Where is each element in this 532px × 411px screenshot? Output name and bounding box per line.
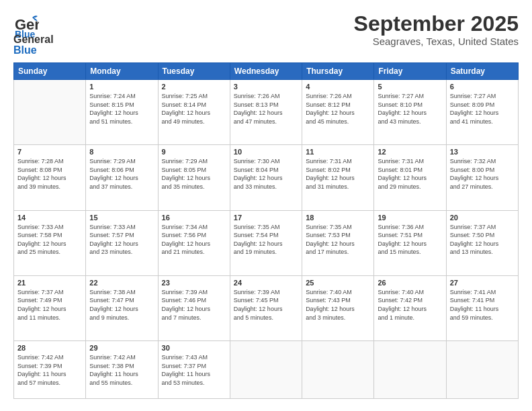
table-row: 7Sunrise: 7:28 AM Sunset: 8:08 PM Daylig…	[14, 145, 86, 210]
table-row: 17Sunrise: 7:35 AM Sunset: 7:54 PM Dayli…	[230, 210, 302, 275]
day-number: 7	[17, 148, 82, 156]
col-sunday: Sunday	[14, 63, 86, 80]
table-row: 10Sunrise: 7:30 AM Sunset: 8:04 PM Dayli…	[230, 145, 302, 210]
day-number: 16	[162, 214, 226, 222]
day-number: 19	[378, 214, 442, 222]
logo: General Blue General Blue	[13, 12, 54, 56]
calendar-week-row: 14Sunrise: 7:33 AM Sunset: 7:58 PM Dayli…	[14, 210, 519, 275]
table-row: 14Sunrise: 7:33 AM Sunset: 7:58 PM Dayli…	[14, 210, 86, 275]
day-info: Sunrise: 7:35 AM Sunset: 7:54 PM Dayligh…	[234, 223, 298, 257]
day-info: Sunrise: 7:40 AM Sunset: 7:43 PM Dayligh…	[306, 288, 370, 322]
day-info: Sunrise: 7:40 AM Sunset: 7:42 PM Dayligh…	[378, 288, 442, 322]
day-info: Sunrise: 7:33 AM Sunset: 7:58 PM Dayligh…	[17, 223, 82, 257]
day-number: 10	[234, 148, 298, 156]
table-row: 27Sunrise: 7:41 AM Sunset: 7:41 PM Dayli…	[446, 275, 518, 340]
day-number: 26	[378, 279, 442, 287]
table-row: 12Sunrise: 7:31 AM Sunset: 8:01 PM Dayli…	[374, 145, 446, 210]
day-info: Sunrise: 7:39 AM Sunset: 7:46 PM Dayligh…	[162, 288, 226, 322]
day-number: 21	[17, 279, 82, 287]
table-row: 26Sunrise: 7:40 AM Sunset: 7:42 PM Dayli…	[374, 275, 446, 340]
table-row: 1Sunrise: 7:24 AM Sunset: 8:15 PM Daylig…	[86, 80, 158, 145]
day-number: 30	[162, 344, 226, 352]
day-info: Sunrise: 7:42 AM Sunset: 7:38 PM Dayligh…	[89, 353, 154, 387]
day-number: 4	[306, 83, 370, 91]
table-row	[446, 341, 518, 399]
subtitle: Seagraves, Texas, United States	[354, 36, 519, 47]
day-info: Sunrise: 7:24 AM Sunset: 8:15 PM Dayligh…	[89, 92, 154, 126]
table-row: 20Sunrise: 7:37 AM Sunset: 7:50 PM Dayli…	[446, 210, 518, 275]
day-number: 18	[306, 214, 370, 222]
day-number: 6	[450, 83, 515, 91]
table-row: 2Sunrise: 7:25 AM Sunset: 8:14 PM Daylig…	[158, 80, 230, 145]
table-row: 28Sunrise: 7:42 AM Sunset: 7:39 PM Dayli…	[14, 341, 86, 399]
day-info: Sunrise: 7:37 AM Sunset: 7:50 PM Dayligh…	[450, 223, 515, 257]
day-number: 3	[234, 83, 298, 91]
day-info: Sunrise: 7:32 AM Sunset: 8:00 PM Dayligh…	[450, 157, 515, 191]
table-row: 5Sunrise: 7:27 AM Sunset: 8:10 PM Daylig…	[374, 80, 446, 145]
day-info: Sunrise: 7:39 AM Sunset: 7:45 PM Dayligh…	[234, 288, 298, 322]
day-info: Sunrise: 7:41 AM Sunset: 7:41 PM Dayligh…	[450, 288, 515, 322]
calendar-week-row: 7Sunrise: 7:28 AM Sunset: 8:08 PM Daylig…	[14, 145, 519, 210]
table-row: 6Sunrise: 7:27 AM Sunset: 8:09 PM Daylig…	[446, 80, 518, 145]
table-row: 18Sunrise: 7:35 AM Sunset: 7:53 PM Dayli…	[302, 210, 374, 275]
table-row	[230, 341, 302, 399]
table-row: 9Sunrise: 7:29 AM Sunset: 8:05 PM Daylig…	[158, 145, 230, 210]
calendar-body: 1Sunrise: 7:24 AM Sunset: 8:15 PM Daylig…	[14, 80, 519, 399]
day-number: 29	[89, 344, 154, 352]
logo-general-text: General	[13, 34, 54, 45]
table-row: 11Sunrise: 7:31 AM Sunset: 8:02 PM Dayli…	[302, 145, 374, 210]
title-block: September 2025 Seagraves, Texas, United …	[354, 12, 519, 47]
table-row: 30Sunrise: 7:43 AM Sunset: 7:37 PM Dayli…	[158, 341, 230, 399]
calendar-week-row: 21Sunrise: 7:37 AM Sunset: 7:49 PM Dayli…	[14, 275, 519, 340]
table-row: 8Sunrise: 7:29 AM Sunset: 8:06 PM Daylig…	[86, 145, 158, 210]
calendar-week-row: 28Sunrise: 7:42 AM Sunset: 7:39 PM Dayli…	[14, 341, 519, 399]
table-row: 19Sunrise: 7:36 AM Sunset: 7:51 PM Dayli…	[374, 210, 446, 275]
day-number: 27	[450, 279, 515, 287]
day-info: Sunrise: 7:28 AM Sunset: 8:08 PM Dayligh…	[17, 157, 82, 191]
calendar-table: Sunday Monday Tuesday Wednesday Thursday…	[13, 62, 519, 399]
day-number: 13	[450, 148, 515, 156]
table-row: 15Sunrise: 7:33 AM Sunset: 7:57 PM Dayli…	[86, 210, 158, 275]
day-number: 22	[89, 279, 154, 287]
day-info: Sunrise: 7:25 AM Sunset: 8:14 PM Dayligh…	[162, 92, 226, 126]
day-info: Sunrise: 7:31 AM Sunset: 8:01 PM Dayligh…	[378, 157, 442, 191]
table-row	[302, 341, 374, 399]
day-info: Sunrise: 7:29 AM Sunset: 8:06 PM Dayligh…	[89, 157, 154, 191]
col-monday: Monday	[86, 63, 158, 80]
day-number: 15	[89, 214, 154, 222]
table-row	[374, 341, 446, 399]
day-info: Sunrise: 7:29 AM Sunset: 8:05 PM Dayligh…	[162, 157, 226, 191]
day-number: 14	[17, 214, 82, 222]
col-saturday: Saturday	[446, 63, 518, 80]
day-info: Sunrise: 7:30 AM Sunset: 8:04 PM Dayligh…	[234, 157, 298, 191]
day-number: 25	[306, 279, 370, 287]
day-number: 9	[162, 148, 226, 156]
day-info: Sunrise: 7:37 AM Sunset: 7:49 PM Dayligh…	[17, 288, 82, 322]
table-row: 4Sunrise: 7:26 AM Sunset: 8:12 PM Daylig…	[302, 80, 374, 145]
day-number: 2	[162, 83, 226, 91]
calendar-header-row: Sunday Monday Tuesday Wednesday Thursday…	[14, 63, 519, 80]
calendar-week-row: 1Sunrise: 7:24 AM Sunset: 8:15 PM Daylig…	[14, 80, 519, 145]
day-info: Sunrise: 7:34 AM Sunset: 7:56 PM Dayligh…	[162, 223, 226, 257]
main-title: September 2025	[354, 12, 519, 36]
table-row: 24Sunrise: 7:39 AM Sunset: 7:45 PM Dayli…	[230, 275, 302, 340]
logo-blue-text: Blue	[13, 45, 54, 56]
day-info: Sunrise: 7:27 AM Sunset: 8:10 PM Dayligh…	[378, 92, 442, 126]
table-row: 21Sunrise: 7:37 AM Sunset: 7:49 PM Dayli…	[14, 275, 86, 340]
table-row: 29Sunrise: 7:42 AM Sunset: 7:38 PM Dayli…	[86, 341, 158, 399]
day-number: 23	[162, 279, 226, 287]
day-info: Sunrise: 7:36 AM Sunset: 7:51 PM Dayligh…	[378, 223, 442, 257]
table-row: 22Sunrise: 7:38 AM Sunset: 7:47 PM Dayli…	[86, 275, 158, 340]
day-number: 8	[89, 148, 154, 156]
header: General Blue General Blue September 2025…	[13, 12, 519, 56]
col-wednesday: Wednesday	[230, 63, 302, 80]
day-number: 1	[89, 83, 154, 91]
table-row	[14, 80, 86, 145]
day-number: 20	[450, 214, 515, 222]
table-row: 3Sunrise: 7:26 AM Sunset: 8:13 PM Daylig…	[230, 80, 302, 145]
table-row: 13Sunrise: 7:32 AM Sunset: 8:00 PM Dayli…	[446, 145, 518, 210]
day-info: Sunrise: 7:26 AM Sunset: 8:12 PM Dayligh…	[306, 92, 370, 126]
page: General Blue General Blue September 2025…	[0, 0, 532, 411]
col-friday: Friday	[374, 63, 446, 80]
day-info: Sunrise: 7:31 AM Sunset: 8:02 PM Dayligh…	[306, 157, 370, 191]
